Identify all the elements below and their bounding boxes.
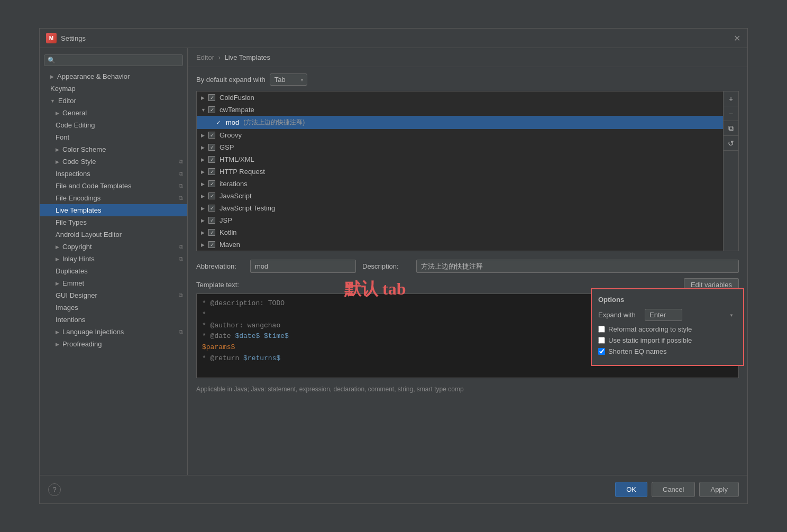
template-checkbox[interactable]: ✓ [208,156,215,163]
expand-select[interactable]: Tab Enter Space [270,74,307,86]
copy-icon: ⧉ [179,195,183,201]
sidebar-item-proofreading[interactable]: ▶ Proofreading [40,338,187,350]
sidebar-item-inlay-hints[interactable]: ▶ Inlay Hints ⧉ [40,253,187,265]
sidebar-item-code-editing[interactable]: Code Editing [40,119,187,131]
search-box[interactable]: 🔍 [44,54,183,66]
sidebar-item-color-scheme[interactable]: ▶ Color Scheme [40,143,187,155]
expand-label: By default expand with [196,76,266,84]
sidebar-item-label: General [62,109,87,117]
sidebar-item-keymap[interactable]: Keymap [40,82,187,95]
sidebar: 🔍 ▶ Appearance & Behavior Keymap ▼ Edito… [40,48,188,475]
sidebar-item-intentions[interactable]: Intentions [40,314,187,326]
tree-arrow-icon: ▶ [201,145,206,150]
template-editor-wrapper: * @description: TODO * * @author: wangch… [196,293,739,378]
sidebar-item-file-types[interactable]: File Types [40,216,187,228]
template-checkbox[interactable]: ✓ [208,132,215,139]
template-item-groovy[interactable]: ▶ ✓ Groovy [197,129,723,141]
expand-with-select[interactable]: Enter Tab Space [645,309,682,321]
template-item-coldfusion[interactable]: ▶ ✓ ColdFusion [197,91,723,104]
remove-template-button[interactable]: − [724,106,738,121]
abbreviation-input[interactable] [250,260,356,273]
template-checkbox[interactable]: ✓ [208,168,215,175]
tree-arrow-icon: ▶ [201,230,206,235]
sidebar-item-editor[interactable]: ▼ Editor [40,95,187,107]
copy-icon: ⧉ [179,182,183,189]
template-item-cwtempate[interactable]: ▼ ✓ cwTempate [197,104,723,116]
expand-arrow-icon: ▶ [56,111,59,116]
template-checkbox[interactable]: ✓ [208,229,215,236]
copy-icon: ⧉ [179,243,183,250]
apply-button[interactable]: Apply [699,482,739,497]
ok-button[interactable]: OK [615,482,647,497]
sidebar-item-android-layout-editor[interactable]: Android Layout Editor [40,228,187,241]
template-checkbox[interactable]: ✓ [208,106,215,113]
template-item-http-request[interactable]: ▶ ✓ HTTP Request [197,166,723,178]
sidebar-item-gui-designer[interactable]: GUI Designer ⧉ [40,289,187,301]
tree-arrow-icon: ▶ [201,242,206,247]
template-item-iterations[interactable]: ▶ ✓ iterations [197,178,723,190]
help-button[interactable]: ? [48,483,61,496]
template-name: mod [226,118,239,126]
shorten-eq-checkbox[interactable] [598,348,605,355]
template-item-html-xml[interactable]: ▶ ✓ HTML/XML [197,153,723,166]
abbreviation-row: Abbreviation: Description: [196,260,739,273]
sidebar-item-images[interactable]: Images [40,301,187,314]
template-checkbox[interactable]: ✓ [208,192,215,199]
template-item-javascript[interactable]: ▶ ✓ JavaScript [197,190,723,202]
expand-arrow-icon: ▼ [50,98,55,104]
sidebar-item-file-encodings[interactable]: File Encodings ⧉ [40,192,187,204]
expand-arrow-icon: ▶ [56,159,59,164]
breadcrumb-parent: Editor [196,53,214,61]
sidebar-item-label: Intentions [56,316,85,324]
copy-template-button[interactable]: ⧉ [724,121,738,136]
sidebar-item-label: File and Code Templates [56,182,132,190]
sidebar-item-label: Inspections [56,170,90,178]
template-item-javascript-testing[interactable]: ▶ ✓ JavaScript Testing [197,202,723,214]
sidebar-item-general[interactable]: ▶ General [40,107,187,119]
options-title: Options [598,296,737,304]
template-item-kotlin[interactable]: ▶ ✓ Kotlin [197,226,723,239]
template-item-gsp[interactable]: ▶ ✓ GSP [197,141,723,153]
template-checkbox[interactable]: ✓ [208,217,215,224]
template-item-mod[interactable]: ✓ mod (方法上边的快捷注释) [197,116,723,129]
template-item-jsp[interactable]: ▶ ✓ JSP [197,214,723,226]
static-import-checkbox[interactable] [598,337,605,344]
shorten-eq-label: Shorten EQ names [608,347,667,355]
sidebar-item-duplicates[interactable]: Duplicates [40,265,187,277]
breadcrumb-current: Live Templates [225,53,270,61]
close-button[interactable]: ✕ [733,34,741,42]
template-checkbox[interactable]: ✓ [215,119,222,126]
add-template-button[interactable]: + [724,91,738,106]
template-checkbox[interactable]: ✓ [208,94,215,101]
sidebar-item-emmet[interactable]: ▶ Emmet [40,277,187,289]
tree-arrow-icon: ▼ [201,107,206,113]
sidebar-item-appearance[interactable]: ▶ Appearance & Behavior [40,70,187,82]
reformat-checkbox[interactable] [598,326,605,333]
sidebar-item-live-templates[interactable]: Live Templates [40,204,187,216]
expand-row: By default expand with Tab Enter Space [196,74,739,86]
sidebar-item-label: Proofreading [62,340,102,348]
sidebar-item-file-code-templates[interactable]: File and Code Templates ⧉ [40,180,187,192]
description-input[interactable] [416,260,739,273]
sidebar-item-language-injections[interactable]: ▶ Language Injections ⧉ [40,326,187,338]
cancel-button[interactable]: Cancel [652,482,695,497]
template-checkbox[interactable]: ✓ [208,205,215,212]
sidebar-item-label: Language Injections [62,328,124,336]
template-checkbox[interactable]: ✓ [208,144,215,151]
sidebar-item-label: File Types [56,218,87,226]
search-input[interactable] [58,57,179,64]
sidebar-item-font[interactable]: Font [40,131,187,143]
sidebar-item-copyright[interactable]: ▶ Copyright ⧉ [40,241,187,253]
sidebar-item-label: Color Scheme [62,145,106,153]
sidebar-item-code-style[interactable]: ▶ Code Style ⧉ [40,155,187,168]
template-item-maven[interactable]: ▶ ✓ Maven [197,239,723,251]
app-icon: M [46,33,57,43]
template-checkbox[interactable]: ✓ [208,241,215,248]
template-list: ▶ ✓ ColdFusion ▼ ✓ cwTempate [196,91,724,251]
reset-template-button[interactable]: ↺ [724,136,738,151]
shorten-eq-row: Shorten EQ names [598,347,737,355]
template-name: JavaScript [219,192,252,200]
copy-icon: ⧉ [179,255,183,262]
template-checkbox[interactable]: ✓ [208,180,215,187]
sidebar-item-inspections[interactable]: Inspections ⧉ [40,168,187,180]
